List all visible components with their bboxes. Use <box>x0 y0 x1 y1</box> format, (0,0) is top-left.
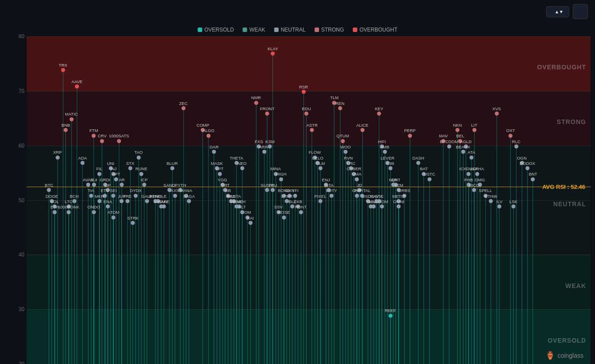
coin-label: 1000BONK <box>58 205 79 209</box>
coin-item: BNT <box>529 172 537 364</box>
coin-line <box>189 203 189 364</box>
coin-label: GLM <box>316 161 325 166</box>
coin-line <box>292 208 293 364</box>
zone-label-oversold: OVERSOLD <box>547 337 586 344</box>
coin-dot <box>112 216 116 220</box>
coin-label: SSV <box>274 205 283 209</box>
coin-label: STX <box>126 161 134 166</box>
refresh-button[interactable] <box>573 4 588 19</box>
coin-dot <box>47 188 51 192</box>
coin-dot <box>472 128 476 132</box>
y-axis-label-50: 50 <box>4 197 24 204</box>
coin-line <box>122 203 122 364</box>
coin-label: ICP <box>140 178 148 182</box>
coin-line <box>496 116 497 364</box>
coin-dot <box>511 204 515 208</box>
coin-label: DODOX <box>519 161 535 166</box>
coin-label: ENA <box>104 200 112 204</box>
coin-dot <box>293 194 297 198</box>
coin-dot <box>447 144 451 148</box>
coin-label: TRX <box>59 63 67 68</box>
coin-item: REEF <box>385 308 396 364</box>
coin-dot <box>75 84 79 88</box>
coin-label: BAT <box>420 167 428 171</box>
coin-label: ALPHA <box>470 167 484 171</box>
coin-dot <box>145 199 149 203</box>
coin-label: ZEC <box>179 101 188 106</box>
coin-label: MKR <box>95 194 104 199</box>
coin-label: PHB <box>464 178 473 182</box>
coin-label: REEF <box>385 308 396 313</box>
coin-dot <box>475 172 479 176</box>
coin-line <box>410 138 410 364</box>
coin-label: HIFI <box>378 140 386 144</box>
header-controls: ▲▼ <box>546 4 588 19</box>
coin-label: APT <box>112 172 120 176</box>
coin-dot <box>89 194 93 198</box>
coin-line <box>533 181 533 364</box>
coin-dot <box>128 166 132 170</box>
legend-item-strong: STRONG <box>315 27 344 33</box>
zone-label-strong: STRONG <box>557 118 586 125</box>
coin-label: XRP <box>53 150 62 155</box>
coin-dot <box>343 150 347 154</box>
coin-label: OMNI <box>393 200 404 204</box>
y-axis-label-60: 60 <box>4 143 24 149</box>
coin-dot <box>427 177 431 181</box>
coin-dot <box>72 199 76 203</box>
avg-rsi-label: AVG RSI : 52.46 <box>542 184 585 190</box>
coin-dot <box>531 177 535 181</box>
y-axis-label-30: 30 <box>4 306 24 312</box>
coin-label: USTC <box>424 172 435 176</box>
coin-item: NEO <box>237 161 247 364</box>
coin-label: FLOW <box>309 150 321 155</box>
coin-label: REN <box>335 101 344 106</box>
coin-dot <box>142 183 146 187</box>
coin-dot <box>181 106 185 110</box>
coin-line <box>449 148 449 364</box>
coin-dot <box>112 194 116 198</box>
chart-inner: OVERBOUGHTSTRONGNEUTRALWEAKOVERSOLD80706… <box>4 36 591 364</box>
coin-dot <box>67 210 71 214</box>
coin-label: OGN <box>517 156 527 160</box>
coin-dot <box>254 101 258 105</box>
coin-label: NEO <box>237 161 247 166</box>
coin-dot <box>455 128 459 132</box>
time-selector[interactable]: ▲▼ <box>546 6 569 17</box>
coin-dot <box>100 139 104 143</box>
coin-label: LPT <box>216 167 224 171</box>
coin-label: QTUM <box>336 134 349 138</box>
coin-label: YGG <box>218 178 227 182</box>
coin-label: TRE <box>123 194 132 199</box>
coin-dot <box>61 68 65 72</box>
coin-dot <box>218 172 222 176</box>
coin-line <box>491 203 491 364</box>
coin-item: 1000BONK <box>58 205 79 364</box>
coin-dot <box>377 112 381 116</box>
coin-line <box>54 214 55 364</box>
coin-line <box>513 208 514 364</box>
coin-dot <box>318 199 322 203</box>
coin-label: OP <box>105 183 111 188</box>
coin-item: BAKE <box>158 200 169 364</box>
coin-label: LIT <box>471 123 477 128</box>
coin-label: ASTR <box>306 123 317 128</box>
coin-line <box>267 192 268 364</box>
coin-dot <box>472 188 476 192</box>
coin-line <box>113 220 114 364</box>
y-axis-label-40: 40 <box>4 252 24 258</box>
coin-label: YFI <box>292 188 299 193</box>
coin-label: LRC <box>347 161 355 166</box>
coin-dot <box>80 161 84 165</box>
coin-label: NMR <box>251 96 261 100</box>
coin-label: STMX <box>281 194 292 199</box>
coin-label: 1000SATS <box>109 134 129 138</box>
coin-dot <box>469 156 473 160</box>
coin-label: TLM <box>330 96 339 100</box>
coin-label: EDU <box>302 107 311 111</box>
coin-dot <box>495 112 499 116</box>
coin-item: ALICE <box>356 123 368 364</box>
coin-label: LTC <box>65 200 72 204</box>
coin-label: THETA <box>230 156 243 160</box>
coin-label: ADA <box>78 156 87 160</box>
